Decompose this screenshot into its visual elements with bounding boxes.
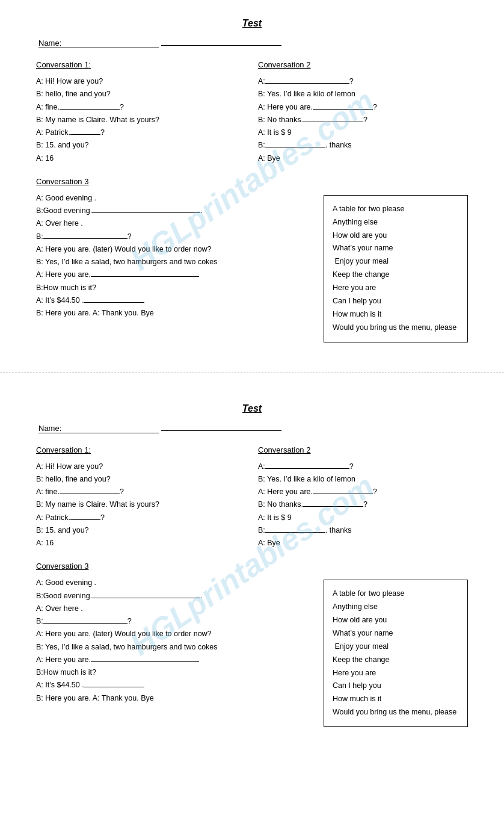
c3l1: A: Good evening .: [36, 192, 267, 205]
name-line-2: Name:: [36, 424, 468, 433]
conv2-section-2: Conversation 2 A:? B: Yes. I’d like a ki…: [258, 445, 468, 550]
c3-blank3-2[interactable]: [91, 661, 199, 662]
c2-blank4[interactable]: [265, 147, 325, 147]
c1l3-2: A: fine.?: [36, 486, 246, 498]
c3-blank2-2[interactable]: [43, 623, 128, 624]
bottom-section-1: Conversation 3 A: Good evening . B:Good …: [36, 177, 468, 342]
c1l1-2: A: Hi! How are you?: [36, 460, 246, 473]
c2-blank3-2[interactable]: [303, 506, 363, 507]
c3l5-2: A: Here you are. (later) Would you like …: [36, 628, 267, 640]
answer-box-section-1: A table for two please Anything else How…: [279, 177, 468, 342]
ab1-l6: Keep the change: [333, 268, 459, 282]
c2l7: A: Bye: [258, 152, 468, 165]
c3l6: B: Yes, I’d like a salad, two hamburgers…: [36, 256, 267, 268]
ab1-l10: Would you bring us the menu, please: [333, 321, 459, 335]
c3l5: A: Here you are. (later) Would you like …: [36, 243, 267, 256]
conv2-title-2: Conversation 2: [258, 445, 468, 454]
c2l1-2: A:?: [258, 460, 468, 473]
page-title-2: Test: [36, 403, 468, 414]
page-divider: [0, 373, 504, 373]
c3l2-2: B:Good evening..: [36, 590, 267, 602]
conv2-body-1: A:? B: Yes. I’d like a kilo of lemon A: …: [258, 75, 468, 165]
c2-blank2-2[interactable]: [313, 494, 373, 494]
c1l2: B: hello, fine and you?: [36, 88, 246, 101]
c3l7: A: Here you are.: [36, 268, 267, 281]
c3-blank2[interactable]: [43, 238, 128, 239]
top-columns-2: Conversation 1: A: Hi! How are you? B: h…: [36, 445, 468, 550]
c3l6-2: B: Yes, I’d like a salad, two hamburgers…: [36, 641, 267, 654]
ab2-l5: Enjoy your meal: [333, 640, 459, 654]
c2-blank1-2[interactable]: [265, 468, 349, 469]
ab2-l4: What’s your name: [333, 627, 459, 640]
c3l3-2: A: Over here .: [36, 602, 267, 615]
c1l7-2: A: 16: [36, 537, 246, 550]
name-field-1[interactable]: [161, 45, 281, 46]
name-label-2: Name:: [38, 424, 159, 433]
ab2-l1: A table for two please: [333, 587, 459, 601]
ab2-l9: How much is it: [333, 693, 459, 706]
conv3-body-2: A: Good evening . B:Good evening.. A: Ov…: [36, 577, 267, 705]
answer-box-section-2: A table for two please Anything else How…: [279, 562, 468, 727]
c3-blank4-2[interactable]: [84, 687, 144, 687]
c3l9: A: It’s $44.50 .: [36, 294, 267, 307]
c1-blank2[interactable]: [70, 134, 100, 135]
conv2-title-1: Conversation 2: [258, 60, 468, 69]
answer-box-1: A table for two please Anything else How…: [324, 195, 468, 342]
c3l7-2: A: Here you are.: [36, 654, 267, 666]
name-line-1: Name:: [36, 39, 468, 48]
c2-blank2[interactable]: [313, 109, 373, 110]
c1l5: A: Patrick.?: [36, 126, 246, 139]
c3l10: B: Here you are. A: Thank you. Bye: [36, 307, 267, 320]
c3l1-2: A: Good evening .: [36, 577, 267, 589]
c3l3: A: Over here .: [36, 217, 267, 230]
c2l2: B: Yes. I’d like a kilo of lemon: [258, 88, 468, 101]
top-columns-1: Conversation 1: A: Hi! How are you? B: h…: [36, 60, 468, 165]
page-1: HGLprintables.com Test Name: Conversatio…: [0, 0, 504, 361]
c3l2: B:Good evening..: [36, 205, 267, 217]
c3-blank4[interactable]: [84, 302, 144, 303]
c2-blank4-2[interactable]: [265, 532, 325, 533]
page-title-1: Test: [36, 18, 468, 29]
c3-blank1[interactable]: [92, 212, 200, 213]
ab1-l1: A table for two please: [333, 203, 459, 216]
c1l1: A: Hi! How are you?: [36, 75, 246, 88]
c2l7-2: A: Bye: [258, 537, 468, 550]
c1l5-2: A: Patrick.?: [36, 512, 246, 524]
ab1-l3: How old are you: [333, 229, 459, 243]
ab2-l8: Can I help you: [333, 680, 459, 693]
c3l4: B:?: [36, 231, 267, 243]
c3-blank1-2[interactable]: [92, 598, 200, 598]
c2l2-2: B: Yes. I’d like a kilo of lemon: [258, 473, 468, 486]
c2-blank1[interactable]: [265, 83, 349, 84]
conv3-section-1: Conversation 3 A: Good evening . B:Good …: [36, 177, 267, 342]
c1-blank1[interactable]: [60, 109, 120, 110]
c2l4-2: B: No thanks.?: [258, 498, 468, 511]
conv1-title-2: Conversation 1:: [36, 445, 246, 454]
c2l6-2: B:. thanks: [258, 524, 468, 537]
c3l4-2: B:?: [36, 615, 267, 628]
conv1-body-2: A: Hi! How are you? B: hello, fine and y…: [36, 460, 246, 550]
conv1-section-1: Conversation 1: A: Hi! How are you? B: h…: [36, 60, 246, 165]
conv2-body-2: A:? B: Yes. I’d like a kilo of lemon A: …: [258, 460, 468, 550]
c1-blank1-2[interactable]: [60, 494, 120, 494]
c2-blank3[interactable]: [303, 122, 363, 122]
conv1-body-1: A: Hi! How are you? B: hello, fine and y…: [36, 75, 246, 165]
answer-box-2: A table for two please Anything else How…: [324, 580, 468, 727]
c2l3: A: Here you are.?: [258, 101, 468, 114]
conv3-title-2: Conversation 3: [36, 562, 267, 571]
c3l10-2: B: Here you are. A: Thank you. Bye: [36, 692, 267, 705]
c3l9-2: A: It’s $44.50 .: [36, 679, 267, 692]
c3-blank3[interactable]: [91, 276, 199, 277]
c1-blank2-2[interactable]: [70, 519, 100, 520]
ab2-l3: How old are you: [333, 614, 459, 627]
ab1-l7: Here you are: [333, 282, 459, 295]
c2l4: B: No thanks.?: [258, 114, 468, 126]
c1l7: A: 16: [36, 152, 246, 165]
c1l4: B: My name is Claire. What is yours?: [36, 114, 246, 126]
c1l4-2: B: My name is Claire. What is yours?: [36, 498, 246, 511]
c3l8: B:How much is it?: [36, 282, 267, 294]
c3l8-2: B:How much is it?: [36, 666, 267, 679]
conv1-section-2: Conversation 1: A: Hi! How are you? B: h…: [36, 445, 246, 550]
name-label-1: Name:: [38, 39, 159, 48]
name-field-2[interactable]: [161, 430, 281, 431]
